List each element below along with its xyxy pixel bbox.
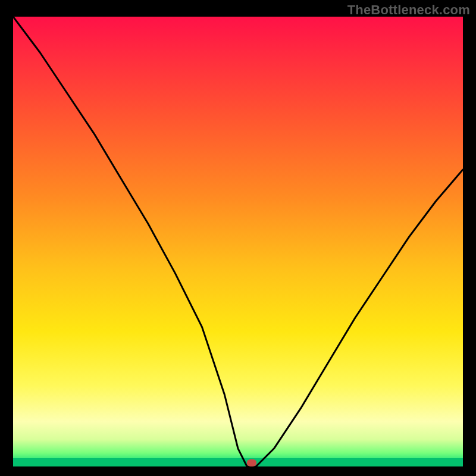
bottleneck-curve <box>13 17 463 466</box>
watermark-text: TheBottleneck.com <box>347 2 470 18</box>
plot-area <box>13 17 463 466</box>
minimum-marker-icon <box>247 459 256 466</box>
chart-frame: TheBottleneck.com <box>0 0 476 476</box>
